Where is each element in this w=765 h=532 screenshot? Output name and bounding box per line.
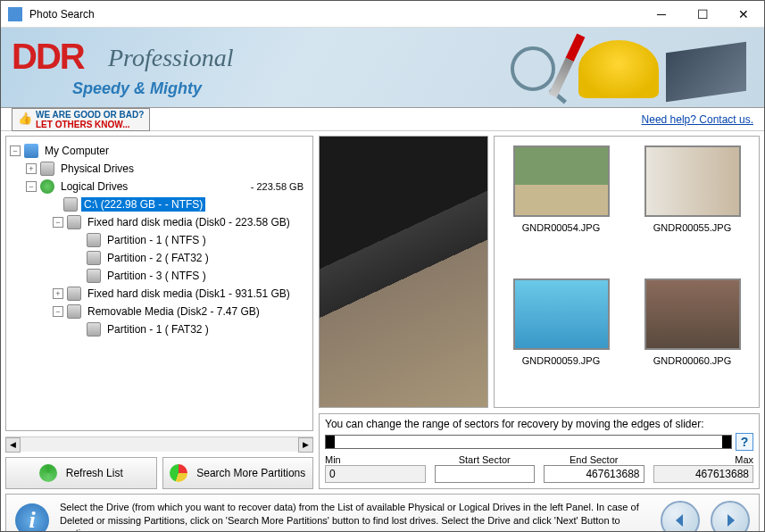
thumbnail-item[interactable]: GNDR00060.JPG [633,278,752,399]
banner-decor [511,32,746,99]
search-more-label: Search More Partitions [196,467,305,479]
scroll-left-icon[interactable]: ◀ [5,437,21,453]
thumbnails-panel: GNDR00054.JPG GNDR00055.JPG GNDR00059.JP… [494,136,760,408]
bottom-bar: i Select the Drive (from which you want … [5,494,760,532]
thumbnail-image [513,145,610,217]
drive-tree[interactable]: −My Computer +Physical Drives −Logical D… [5,136,313,431]
main-area: −My Computer +Physical Drives −Logical D… [1,131,764,494]
info-text: Select the Drive (from which you want to… [60,501,650,532]
book-icon [666,42,746,103]
start-sector-label: Start Sector [435,454,536,465]
titlebar: Photo Search ─ ☐ ✕ [1,1,764,28]
drive-icon [67,215,81,229]
start-sector-input[interactable] [435,465,536,483]
disk0-p2[interactable]: Partition - 2 ( FAT32 ) [104,251,212,265]
thumbnail-image [644,278,741,350]
drive-c-selected[interactable]: C:\ (222.98 GB - - NTFS) [81,197,205,212]
info-icon: i [15,503,49,532]
tree-toggle[interactable]: − [53,217,63,228]
disk2[interactable]: Removable Media (Disk2 - 7.47 GB) [85,304,262,319]
left-column: −My Computer +Physical Drives −Logical D… [5,136,313,489]
preview-row: GNDR00054.JPG GNDR00055.JPG GNDR00059.JP… [319,136,760,408]
disk0-p1[interactable]: Partition - 1 ( NTFS ) [104,233,209,247]
tree-toggle[interactable]: + [26,163,37,174]
min-value: 0 [325,465,426,483]
slider-right-handle[interactable]: ◀ [722,436,731,448]
drive-icon [67,304,81,319]
logo: DDR [12,37,84,77]
partition-icon [170,464,187,482]
end-sector-input[interactable] [544,465,644,483]
drive-icon [40,162,54,176]
thumbnail-image [644,145,741,217]
tree-toggle[interactable]: + [53,288,63,299]
thumbnail-name: GNDR00059.JPG [522,355,600,366]
thumbnail-item[interactable]: GNDR00055.JPG [633,145,752,266]
scroll-right-icon[interactable]: ▶ [298,437,313,453]
refresh-label: Refresh List [66,467,123,479]
thumbnail-name: GNDR00054.JPG [522,222,600,233]
slider-left-handle[interactable]: ▶ [326,436,335,448]
drive-icon [87,233,101,247]
maximize-button[interactable]: ☐ [682,1,723,28]
thumbnail-name: GNDR00060.JPG [653,355,731,366]
top-strip: 👍 WE ARE GOOD OR BAD? LET OTHERS KNOW...… [1,108,764,131]
close-button[interactable]: ✕ [723,1,764,28]
next-button[interactable] [711,501,750,532]
drive-icon [63,197,78,212]
hardhat-icon [578,40,659,98]
disk1[interactable]: Fixed hard disk media (Disk1 - 931.51 GB… [85,287,293,301]
thumbnail-name: GNDR00055.JPG [653,222,731,233]
feedback-button[interactable]: 👍 WE ARE GOOD OR BAD? LET OTHERS KNOW... [12,108,150,131]
back-button[interactable] [661,501,700,532]
computer-icon [24,144,38,158]
preview-panel [319,136,488,408]
end-sector-label: End Sector [544,454,644,465]
magnifier-icon [511,46,555,91]
search-more-button[interactable]: Search More Partitions [162,457,314,489]
feedback-line1: WE ARE GOOD OR BAD? [36,110,144,120]
thumbnail-item[interactable]: GNDR00059.JPG [502,278,620,399]
sector-slider[interactable]: ▶ ◀ [325,435,732,449]
tagline: Speedy & Mighty [72,79,202,98]
thumbnail-item[interactable]: GNDR00054.JPG [502,145,620,266]
feedback-line2: LET OTHERS KNOW... [36,120,130,129]
preview-image [320,137,487,407]
button-row: Refresh List Search More Partitions [5,457,313,489]
tree-root-label[interactable]: My Computer [42,144,112,158]
drive-icon [87,269,101,283]
minimize-button[interactable]: ─ [641,1,682,28]
disk0[interactable]: Fixed hard disk media (Disk0 - 223.58 GB… [85,215,293,229]
product-name: Professional [108,44,234,72]
logical-drives[interactable]: Logical Drives [58,179,130,194]
drive-icon [67,287,81,301]
refresh-icon [39,464,57,482]
physical-drives[interactable]: Physical Drives [58,162,137,176]
app-icon [8,7,22,21]
refresh-button[interactable]: Refresh List [5,457,157,489]
tree-scrollbar[interactable]: ◀ ▶ [5,436,313,452]
help-link[interactable]: Need help? Contact us. [642,113,753,126]
max-label: Max [653,454,754,465]
brand-text: DDR [12,37,84,76]
thumbs-up-icon: 👍 [18,112,32,125]
disk2-p1[interactable]: Partition - 1 ( FAT32 ) [104,322,212,337]
sector-panel: You can change the range of sectors for … [319,413,760,489]
drive-icon [87,322,101,337]
banner: DDR Professional Speedy & Mighty [1,28,764,108]
right-column: GNDR00054.JPG GNDR00055.JPG GNDR00059.JP… [319,136,760,489]
help-button[interactable]: ? [736,433,753,451]
drive-icon [87,251,101,265]
tree-toggle[interactable]: − [26,181,37,192]
thumbnail-image [513,278,610,350]
tree-toggle[interactable]: − [10,145,21,156]
max-value: 467613688 [653,465,754,483]
sector-hint: You can change the range of sectors for … [325,418,753,430]
min-label: Min [325,454,426,465]
window-title: Photo Search [29,8,641,21]
disk0-p3[interactable]: Partition - 3 ( NTFS ) [104,269,209,283]
globe-icon [40,179,54,194]
logical-size: - 223.58 GB [251,181,309,192]
tree-toggle[interactable]: − [53,306,63,317]
